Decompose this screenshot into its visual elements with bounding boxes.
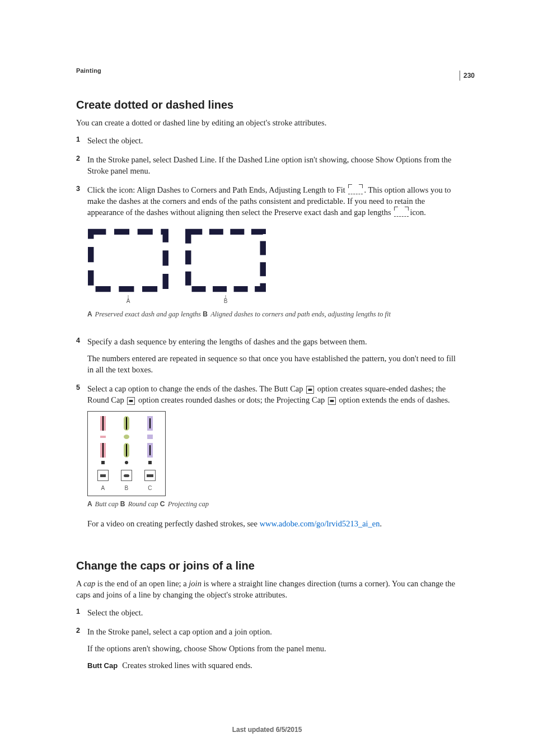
page-footer: Last updated 6/5/2015 [0, 726, 534, 734]
intro-b: is the end of an open line; a [95, 579, 189, 588]
fig1-cap-B-letter: B [203, 310, 209, 318]
dash-rect-a-svg [87, 227, 169, 294]
step-5-text-a: Select a cap option to change the ends o… [87, 384, 305, 393]
fig2-cap-C-letter: C [160, 500, 167, 508]
term-join: join [189, 579, 202, 588]
s2-step-2-sub: If the options aren't showing, choose Sh… [87, 643, 458, 654]
step-5-video: For a video on creating perfectly dashed… [87, 518, 458, 529]
butt-cap-button-icon [97, 470, 109, 481]
fig1-cap-A-letter: A [87, 310, 94, 318]
section2-intro: A cap is the end of an open line; a join… [76, 578, 458, 600]
fig2-cap-A-letter: A [87, 500, 94, 508]
heading-change-caps: Change the caps or joins of a line [76, 559, 458, 572]
video-pre: For a video on creating perfectly dashed… [87, 519, 260, 528]
step-2: In the Stroke panel, select Dashed Line.… [76, 154, 458, 184]
s2-step-2-text: In the Stroke panel, select a cap option… [87, 627, 272, 636]
step-1-text: Select the object. [87, 136, 143, 145]
fig2-cap-B-text: Round cap [128, 500, 160, 508]
step-3: Click the icon: Align Dashes to Corners … [76, 184, 458, 336]
def-butt-cap: Butt CapCreates stroked lines with squar… [87, 660, 458, 671]
video-link[interactable]: www.adobe.com/go/lrvid5213_ai_en [260, 519, 380, 528]
step-2-text: In the Stroke panel, select Dashed Line.… [87, 155, 452, 175]
projecting-cap-icon [328, 397, 336, 405]
align-dashes-icon [348, 186, 363, 194]
step-5-text-c: option creates rounded dashes or dots; t… [136, 395, 327, 404]
def-butt-term: Butt Cap [87, 661, 118, 670]
term-cap: cap [83, 579, 95, 588]
fig2-cap-B-letter: B [120, 500, 127, 508]
s2-step-2: In the Stroke panel, select a cap option… [76, 626, 458, 679]
dash-demo-a: A [87, 223, 169, 306]
step-4: Specify a dash sequence by entering the … [76, 336, 458, 383]
round-cap-button-icon [121, 470, 132, 481]
dash-label-b: B [224, 297, 228, 305]
step-1: Select the object. [76, 135, 458, 154]
dash-label-a: A [127, 297, 130, 305]
dash-rect-b-svg [185, 227, 266, 294]
step-5: Select a cap option to change the ends o… [76, 383, 458, 537]
intro-a: A [76, 579, 83, 588]
page: 230 Painting Create dotted or dashed lin… [0, 0, 534, 756]
def-butt-text: Creates stroked lines with squared ends. [122, 661, 252, 670]
cap-letter-c: C [148, 484, 152, 492]
dash-demo-b: B [185, 223, 266, 306]
chapter-label: Painting [76, 67, 458, 74]
step-5-text-d: option extends the ends of dashes. [337, 395, 450, 404]
s2-step-1: Select the object. [76, 607, 458, 626]
cap-col-c [138, 416, 162, 481]
fig2-cap-A-text: Butt cap [95, 500, 120, 508]
fig1-cap-B-text: Aligned dashes to corners and path ends,… [210, 310, 391, 318]
svg-rect-1 [188, 232, 263, 289]
steps-list-1: Select the object. In the Stroke panel, … [76, 135, 458, 537]
step-3-text-a: Click the icon: Align Dashes to Corners … [87, 185, 347, 194]
steps-list-2: Select the object. In the Stroke panel, … [76, 607, 458, 679]
projecting-cap-button-icon [144, 470, 156, 481]
cap-letter-a: A [101, 484, 105, 492]
figure-dash-alignment: A B [87, 223, 458, 306]
s2-step-1-text: Select the object. [87, 608, 143, 617]
figure-cap-options: A B C [87, 411, 458, 496]
svg-rect-0 [91, 232, 165, 289]
round-cap-icon [127, 397, 135, 405]
cap-letter-b: B [124, 484, 128, 492]
cap-col-a [91, 416, 115, 481]
figure2-caption: A Butt cap B Round cap C Projecting cap [87, 500, 458, 509]
fig1-cap-A-text: Preserved exact dash and gap lengths [95, 310, 203, 318]
step-4-text: Specify a dash sequence by entering the … [87, 337, 367, 346]
page-number: 230 [460, 71, 475, 81]
preserve-lengths-icon [394, 209, 409, 217]
heading-create-dotted: Create dotted or dashed lines [76, 99, 458, 111]
step-3-text-c: icon. [410, 208, 426, 217]
butt-cap-icon [306, 386, 314, 394]
video-post: . [380, 519, 382, 528]
fig2-cap-C-text: Projecting cap [168, 500, 209, 508]
figure1-caption: A Preserved exact dash and gap lengths B… [87, 310, 458, 319]
cap-col-b [115, 416, 138, 481]
step-4-sub: The numbers entered are repeated in sequ… [87, 353, 458, 375]
intro-paragraph: You can create a dotted or dashed line b… [76, 117, 458, 128]
